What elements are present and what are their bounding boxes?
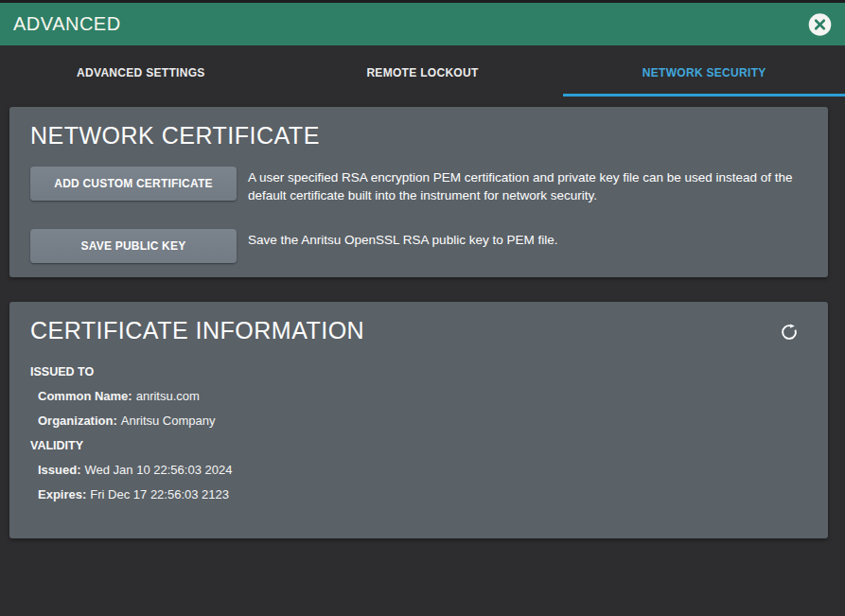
issued-value: Wed Jan 10 22:56:03 2024	[85, 463, 233, 477]
certificate-information-title: CERTIFICATE INFORMATION	[30, 316, 364, 344]
save-public-key-button[interactable]: SAVE PUBLIC KEY	[30, 229, 237, 263]
refresh-button[interactable]	[779, 322, 800, 343]
organization-field: Organization:Anritsu Company	[30, 414, 807, 428]
tab-advanced-settings[interactable]: ADVANCED SETTINGS	[0, 45, 282, 97]
tab-bar: ADVANCED SETTINGS REMOTE LOCKOUT NETWORK…	[0, 45, 845, 97]
close-icon	[807, 11, 833, 37]
expires-label: Expires:	[38, 487, 86, 502]
add-custom-certificate-row: ADD CUSTOM CERTIFICATE A user specified …	[30, 167, 807, 204]
validity-heading: VALIDITY	[30, 439, 807, 452]
add-custom-certificate-description: A user specified RSA encryption PEM cert…	[248, 167, 807, 204]
expires-field: Expires:Fri Dec 17 22:56:03 2123	[30, 487, 807, 502]
add-custom-certificate-button[interactable]: ADD CUSTOM CERTIFICATE	[30, 167, 237, 201]
dialog-header: ADVANCED	[0, 0, 845, 45]
tab-network-security[interactable]: NETWORK SECURITY	[563, 45, 845, 97]
tab-remote-lockout[interactable]: REMOTE LOCKOUT	[282, 45, 564, 97]
issued-field: Issued:Wed Jan 10 22:56:03 2024	[30, 463, 807, 477]
organization-label: Organization:	[38, 414, 117, 428]
expires-value: Fri Dec 17 22:56:03 2123	[90, 487, 229, 502]
advanced-dialog: ADVANCED ADVANCED SETTINGS REMOTE LOCKOU…	[0, 0, 845, 616]
issued-to-heading: ISSUED TO	[30, 365, 807, 378]
save-public-key-row: SAVE PUBLIC KEY Save the Anritsu OpenSSL…	[30, 229, 807, 263]
common-name-field: Common Name:anritsu.com	[30, 389, 807, 403]
certificate-information-panel: CERTIFICATE INFORMATION ISSUED TO Common…	[9, 302, 828, 538]
organization-value: Anritsu Company	[121, 414, 216, 428]
network-certificate-panel: NETWORK CERTIFICATE ADD CUSTOM CERTIFICA…	[9, 107, 828, 277]
close-button[interactable]	[807, 11, 833, 37]
save-public-key-description: Save the Anritsu OpenSSL RSA public key …	[248, 229, 557, 250]
dialog-title: ADVANCED	[13, 13, 121, 35]
network-certificate-title: NETWORK CERTIFICATE	[30, 121, 807, 150]
common-name-label: Common Name:	[38, 389, 132, 403]
refresh-icon	[779, 322, 800, 343]
certificate-information-title-row: CERTIFICATE INFORMATION	[30, 316, 807, 344]
issued-label: Issued:	[38, 463, 81, 477]
common-name-value: anritsu.com	[136, 389, 200, 403]
